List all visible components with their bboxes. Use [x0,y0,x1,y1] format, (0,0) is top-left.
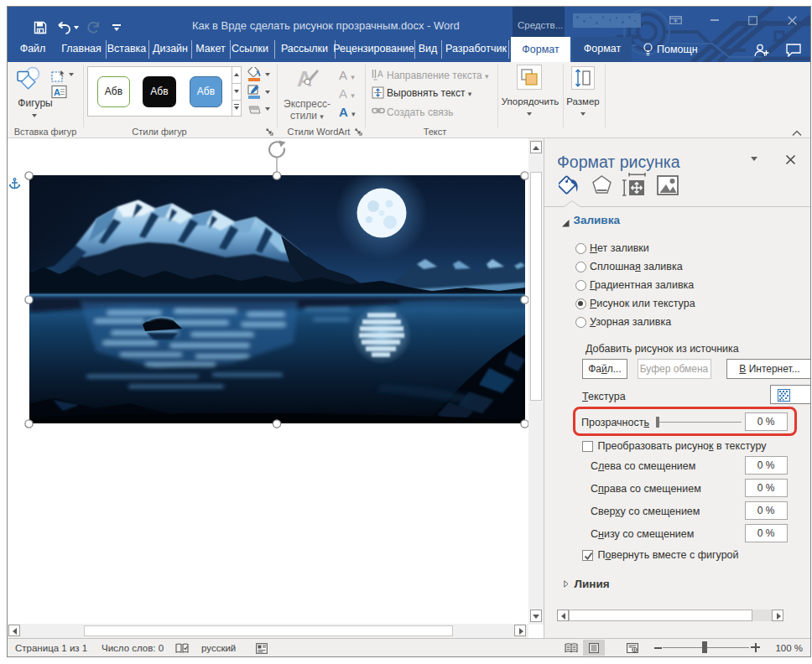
svg-text:A: A [377,70,383,79]
svg-text:A: A [54,86,60,96]
